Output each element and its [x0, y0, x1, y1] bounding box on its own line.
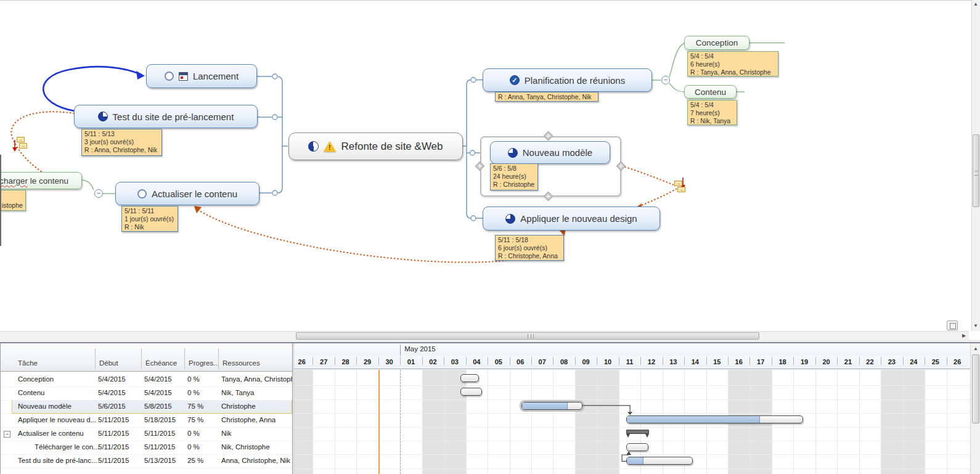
topic-planification[interactable]: ✓ Planification de réunions	[483, 68, 652, 92]
month-start-marker	[400, 370, 401, 474]
mindmap-canvas[interactable]: →+ + + + ! Refonte de site &Web Lancemen…	[0, 0, 980, 331]
gantt-bar[interactable]	[626, 415, 803, 423]
cell-progress: 75 %	[187, 402, 203, 410]
relation-handle-icon[interactable]: →	[17, 137, 25, 142]
info-dates: 5/11 : 5/18	[498, 236, 561, 244]
gantt-day-cell: 25	[925, 356, 946, 369]
task-info-box[interactable]: 5/11 : 5/18 6 jour(s) ouvré(s) R : Chris…	[495, 235, 564, 261]
topic-test-site[interactable]: Test du site de pré-lancement	[74, 105, 258, 128]
collapse-row-button[interactable]: −	[4, 431, 10, 438]
topic-label: Nouveau modèle	[523, 147, 592, 158]
day-tick	[422, 357, 423, 365]
table-header[interactable]: Tâche Début Échéance Progres... Ressourc…	[1, 343, 292, 372]
gantt-pane[interactable]: May 2015 2627282930010203040506070809101…	[294, 343, 970, 474]
topic-label: Appliquer le nouveau design	[520, 213, 637, 224]
central-topic[interactable]: ! Refonte de site &Web	[288, 133, 463, 160]
gantt-bar-progress	[522, 402, 568, 409]
info-duration: 24 heure(s)	[493, 173, 535, 181]
gantt-day-cell: 02	[422, 356, 444, 369]
topic-label: Contenu	[695, 88, 726, 97]
cell-task: Nouveau modèle	[18, 402, 71, 410]
vscrollbar-thumb[interactable]	[972, 354, 979, 423]
cell-task: Actualiser le contenu	[18, 430, 84, 437]
cell-resources: Nik	[221, 430, 232, 437]
gantt-chart-body[interactable]	[294, 370, 970, 474]
progress-half-icon	[308, 141, 319, 152]
day-tick	[488, 357, 488, 365]
progress-pie-icon	[505, 214, 515, 224]
task-info-box-clipped[interactable]: istophe	[0, 190, 26, 211]
cell-resources: Nik, Tanya	[221, 389, 254, 396]
info-dates: 5/11 : 5/13	[84, 130, 159, 138]
info-duration: 3 jour(s) ouvré(s)	[84, 138, 159, 146]
table-row[interactable]: Conception 5/4/2015 5/4/2015 0 % Tanya, …	[1, 373, 292, 386]
day-tick	[684, 357, 685, 365]
column-header-progress[interactable]: Progres...	[189, 359, 219, 367]
gantt-bar[interactable]	[521, 402, 582, 410]
gantt-bar[interactable]	[460, 388, 482, 396]
day-tick	[444, 357, 444, 365]
task-info-box[interactable]: 5/4 : 5/4 6 heure(s) R : Tanya, Anna, Ch…	[687, 51, 778, 76]
relation-handle-icon[interactable]: →	[674, 181, 682, 186]
gantt-bar-progress	[627, 457, 643, 464]
task-info-box[interactable]: 5/11 : 5/13 3 jour(s) ouvré(s) R : Anna,…	[81, 129, 162, 156]
gantt-vertical-scrollbar[interactable]: ▲	[970, 343, 980, 474]
day-tick	[772, 357, 772, 365]
task-info-box[interactable]: 5/11 : 5/11 1 jour(s) ouvré(s) R : Nik	[121, 206, 178, 232]
gantt-day-cell: 21	[837, 356, 859, 369]
topic-telecharger-clipped[interactable]: charger le contenu	[0, 172, 82, 189]
row-gridline	[294, 413, 970, 414]
column-header-start[interactable]: Début	[99, 359, 118, 367]
topic-contenu[interactable]: Contenu	[684, 85, 737, 99]
topic-conception[interactable]: Conception	[684, 36, 749, 50]
day-tick	[903, 357, 904, 365]
table-row[interactable]: Appliquer le nouveau d... 5/11/2015 5/18…	[1, 414, 292, 427]
day-tick	[925, 357, 925, 365]
cell-task: Contenu	[18, 389, 44, 396]
day-tick	[619, 357, 619, 365]
gantt-bar[interactable]	[626, 457, 693, 465]
table-row[interactable]: − Actualiser le contenu 5/11/2015 5/11/2…	[1, 427, 292, 441]
cell-task: Conception	[18, 375, 54, 383]
gantt-day-cell: 13	[663, 356, 684, 369]
cell-due: 5/18/2015	[144, 416, 176, 423]
gantt-day-cell: 03	[444, 356, 465, 369]
info-resources: R : Nik	[125, 223, 175, 231]
cell-due: 5/4/2015	[144, 375, 172, 383]
info-resources: R : Anna, Tanya, Christophe, Nik	[498, 93, 595, 101]
map-horizontal-scrollbar[interactable]	[0, 331, 969, 340]
relation-handle-icon[interactable]: →	[677, 187, 685, 192]
table-row[interactable]: Contenu 5/4/2015 5/4/2015 0 % Nik, Tanya	[1, 386, 292, 400]
gantt-day-cell: 28	[335, 356, 356, 369]
info-duration: 6 jour(s) ouvré(s)	[498, 244, 561, 252]
column-header-resources[interactable]: Ressources	[223, 359, 260, 367]
gantt-bar[interactable]	[460, 374, 479, 382]
topic-lancement[interactable]: Lancement	[146, 64, 257, 88]
task-table: Tâche Début Échéance Progres... Ressourc…	[0, 343, 292, 474]
table-row[interactable]: Test du site de pré-lanc... 5/11/2015 5/…	[1, 454, 292, 468]
collapse-button[interactable]: −	[661, 76, 670, 84]
task-info-box[interactable]: 5/6 : 5/8 24 heure(s) R : Christophe	[490, 163, 538, 190]
topic-nouveau-modele[interactable]: Nouveau modèle	[490, 141, 610, 164]
scroll-up-button[interactable]: ▲	[972, 345, 979, 353]
scroll-right-button[interactable]: ▶	[960, 332, 968, 340]
central-topic-label: Refonte de site &Web	[341, 141, 443, 153]
gantt-summary-bar[interactable]	[626, 430, 649, 434]
gantt-month-label: May 2015	[404, 345, 436, 353]
day-tick	[510, 357, 510, 365]
collapse-button[interactable]: −	[94, 189, 103, 198]
relation-handle-icon[interactable]: →	[19, 143, 27, 149]
task-info-box[interactable]: R : Anna, Tanya, Christophe, Nik	[495, 92, 598, 102]
table-row[interactable]: Télécharger le con... 5/11/2015 5/11/201…	[1, 441, 292, 454]
topic-actualiser[interactable]: Actualiser le contenu	[115, 182, 259, 205]
gantt-day-cell: 08	[553, 356, 574, 369]
cell-start: 5/11/2015	[98, 457, 129, 464]
table-row-selected[interactable]: Nouveau modèle 5/6/2015 5/8/2015 75 % Ch…	[1, 400, 292, 414]
column-header-task[interactable]: Tâche	[18, 359, 38, 367]
hscrollbar-thumb[interactable]	[296, 332, 759, 340]
gantt-day-cell: 10	[597, 356, 618, 369]
task-info-box[interactable]: 5/4 : 5/4 7 heure(s) R : Nik, Tanya	[687, 100, 737, 125]
column-header-due[interactable]: Échéance	[145, 359, 177, 367]
topic-appliquer-design[interactable]: Appliquer le nouveau design	[483, 206, 660, 231]
gantt-bar[interactable]	[626, 443, 648, 451]
